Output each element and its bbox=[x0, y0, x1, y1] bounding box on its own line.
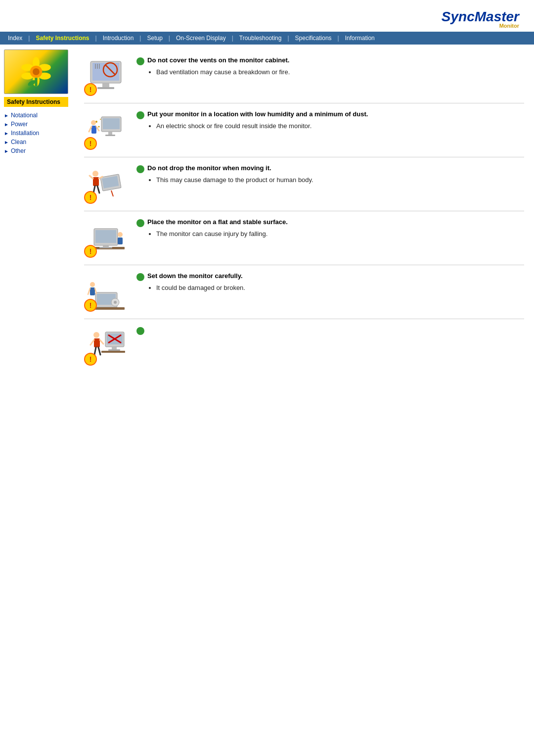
safety-item-6: ! bbox=[84, 319, 524, 373]
svg-line-61 bbox=[100, 340, 103, 344]
svg-rect-21 bbox=[108, 132, 112, 135]
svg-point-45 bbox=[118, 232, 123, 237]
item-text-6 bbox=[136, 326, 524, 338]
item-text-4: Place the monitor on a flat and stable s… bbox=[136, 218, 524, 237]
item-heading-2: Put your monitor in a location with low … bbox=[147, 110, 368, 118]
item-title-3: Do not drop the monitor when moving it. bbox=[136, 164, 524, 173]
item-text-1: Do not cover the vents on the monitor ca… bbox=[136, 56, 524, 76]
svg-rect-13 bbox=[97, 87, 114, 89]
item-heading-3: Do not drop the monitor when moving it. bbox=[147, 164, 271, 172]
main-layout: Safety Instructions ► Notational ► Power… bbox=[0, 45, 534, 382]
bullet-text-4: The monitor can cause injury by falling. bbox=[156, 230, 524, 237]
svg-rect-46 bbox=[118, 237, 123, 244]
item-bullet-3: This may cause damage to the product or … bbox=[147, 176, 524, 184]
logo-area: SyncMaster Monitor bbox=[0, 0, 534, 32]
svg-rect-20 bbox=[103, 118, 120, 129]
nav-setup[interactable]: Setup bbox=[143, 34, 166, 43]
svg-rect-28 bbox=[91, 126, 96, 134]
item-title-6 bbox=[136, 326, 524, 335]
svg-line-60 bbox=[90, 340, 94, 345]
safety-item-4: ! Place the monitor on a flat and stable… bbox=[84, 211, 524, 265]
sidebar: Safety Instructions ► Notational ► Power… bbox=[0, 45, 79, 382]
svg-line-56 bbox=[88, 288, 90, 294]
item-image-6: ! bbox=[84, 326, 129, 366]
svg-rect-55 bbox=[90, 287, 95, 295]
warning-badge-2: ! bbox=[84, 137, 97, 150]
arrow-icon: ► bbox=[4, 113, 9, 118]
nav-troubleshooting[interactable]: Troubleshooting bbox=[235, 34, 286, 43]
svg-point-7 bbox=[33, 68, 40, 75]
svg-line-29 bbox=[89, 127, 91, 132]
item-image-2: ! bbox=[84, 110, 129, 150]
item-image-4: ! bbox=[84, 218, 129, 258]
sidebar-link-notational[interactable]: ► Notational bbox=[4, 111, 79, 120]
svg-point-27 bbox=[91, 120, 96, 125]
svg-rect-69 bbox=[108, 349, 120, 351]
item-title-4: Place the monitor on a flat and stable s… bbox=[136, 218, 524, 227]
item-heading-4: Place the monitor on a flat and stable s… bbox=[147, 218, 288, 226]
brand-logo: SyncMaster bbox=[442, 9, 519, 24]
arrow-icon: ► bbox=[4, 140, 9, 145]
warning-badge-3: ! bbox=[84, 191, 97, 204]
nav-specifications[interactable]: Specifications bbox=[291, 34, 336, 43]
svg-line-62 bbox=[94, 347, 96, 355]
nav-safety[interactable]: Safety Instructions bbox=[32, 34, 93, 43]
svg-rect-22 bbox=[105, 135, 115, 136]
green-dot-icon-3 bbox=[136, 165, 144, 173]
warning-badge-1: ! bbox=[84, 83, 97, 96]
svg-rect-68 bbox=[112, 347, 117, 349]
item-title-5: Set down the monitor carefully. bbox=[136, 272, 524, 281]
bullet-text-3: This may cause damage to the product or … bbox=[156, 176, 524, 184]
sidebar-label-clean: Clean bbox=[11, 139, 26, 145]
item-title-1: Do not cover the vents on the monitor ca… bbox=[136, 56, 524, 65]
nav-index[interactable]: Index bbox=[4, 34, 26, 43]
svg-line-39 bbox=[111, 190, 113, 196]
safety-item-5: ! Set down the monitor carefully. It cou… bbox=[84, 265, 524, 319]
green-dot-icon-2 bbox=[136, 111, 144, 119]
svg-point-24 bbox=[98, 126, 100, 127]
sidebar-label-notational: Notational bbox=[11, 112, 38, 119]
svg-line-38 bbox=[97, 186, 99, 193]
arrow-icon: ► bbox=[4, 122, 9, 127]
item-heading-1: Do not cover the vents on the monitor ca… bbox=[147, 56, 289, 64]
item-text-5: Set down the monitor carefully. It could… bbox=[136, 272, 524, 291]
sidebar-label-other: Other bbox=[11, 147, 26, 154]
item-image-3: ! bbox=[84, 164, 129, 204]
sidebar-link-power[interactable]: ► Power bbox=[4, 120, 79, 129]
sidebar-label-installation: Installation bbox=[11, 130, 39, 137]
item-bullet-2: An electric shock or fire could result i… bbox=[147, 122, 524, 130]
item-bullet-4: The monitor can cause injury by falling. bbox=[147, 230, 524, 237]
content-area: ! Do not cover the vents on the monitor … bbox=[79, 45, 534, 382]
svg-point-54 bbox=[90, 282, 95, 287]
sidebar-label-power: Power bbox=[11, 121, 28, 128]
nav-information[interactable]: Information bbox=[341, 34, 379, 43]
navbar: Index | Safety Instructions | Introducti… bbox=[0, 32, 534, 45]
nav-introduction[interactable]: Introduction bbox=[99, 34, 138, 43]
item-image-5: ! bbox=[84, 272, 129, 312]
svg-rect-70 bbox=[101, 351, 125, 353]
bullet-text-1: Bad ventilation may cause a breakdown or… bbox=[156, 68, 524, 76]
svg-point-52 bbox=[114, 301, 117, 304]
svg-line-35 bbox=[89, 176, 93, 179]
green-dot-icon-5 bbox=[136, 273, 144, 281]
nav-osd[interactable]: On-Screen Display bbox=[172, 34, 230, 43]
warning-badge-6: ! bbox=[84, 353, 97, 366]
sidebar-link-clean[interactable]: ► Clean bbox=[4, 138, 79, 146]
svg-rect-12 bbox=[102, 83, 109, 87]
arrow-icon: ► bbox=[4, 131, 9, 136]
green-dot-icon-6 bbox=[136, 327, 144, 335]
item-bullet-5: It could be damaged or broken. bbox=[147, 284, 524, 291]
item-title-2: Put your monitor in a location with low … bbox=[136, 110, 524, 119]
svg-point-26 bbox=[100, 119, 101, 120]
sidebar-section-label: Safety Instructions bbox=[4, 97, 68, 107]
item-bullet-1: Bad ventilation may cause a breakdown or… bbox=[147, 68, 524, 76]
arrow-icon: ► bbox=[4, 148, 9, 154]
safety-item-1: ! Do not cover the vents on the monitor … bbox=[84, 49, 524, 103]
sidebar-link-other[interactable]: ► Other bbox=[4, 146, 79, 155]
item-text-2: Put your monitor in a location with low … bbox=[136, 110, 524, 130]
safety-item-3: ! Do not drop the monitor when moving it… bbox=[84, 157, 524, 211]
bullet-text-5: It could be damaged or broken. bbox=[156, 284, 524, 291]
green-dot-icon-4 bbox=[136, 219, 144, 227]
sidebar-link-installation[interactable]: ► Installation bbox=[4, 129, 79, 138]
safety-item-2: ! Put your monitor in a location with lo… bbox=[84, 103, 524, 157]
